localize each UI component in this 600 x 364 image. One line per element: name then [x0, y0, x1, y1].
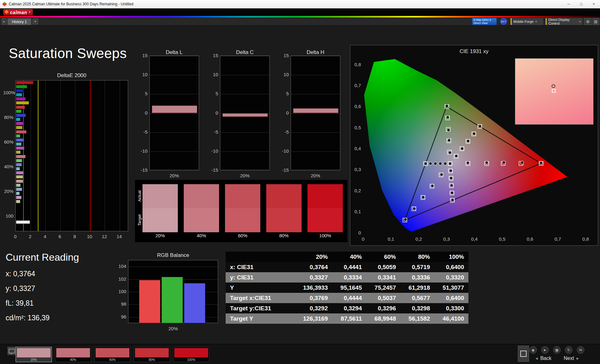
refresh-button[interactable]: ↻: [565, 346, 572, 354]
patch-column-label: 80%: [266, 233, 302, 238]
cie-1931-chart: CIE 1931 xy 00,10,20,30,40,50,60,70,800,…: [350, 45, 598, 246]
value-cell: 75,2457: [366, 284, 400, 291]
next-button[interactable]: Next ►: [564, 356, 579, 361]
measured-point: [466, 161, 469, 164]
row-label: Target Y: [226, 315, 298, 322]
y-tick-label: 15: [208, 53, 218, 58]
swatch-color: [17, 348, 51, 357]
brand-bar: calman ▾: [0, 8, 600, 16]
app-icon: [2, 2, 7, 7]
maximize-button[interactable]: □: [575, 0, 588, 8]
rgb-plot-area: [128, 260, 218, 323]
y-tick-label: 0,5: [350, 125, 361, 130]
measured-point: [450, 184, 453, 187]
deltae-bar: [16, 163, 22, 166]
x-tick-label: 4: [40, 234, 50, 239]
value-cell: 0,3334: [332, 274, 366, 281]
pattern-source-label: Mobile Forge: [513, 20, 533, 23]
y-tick-label: 10: [208, 72, 218, 77]
measured-point: [440, 173, 443, 176]
y-tick-label: -10: [208, 148, 218, 153]
calman-app: Calman 2025 Calman Ultimate for Business…: [0, 0, 600, 364]
target-row-label: Target: [137, 214, 142, 226]
y-tick-label: 10: [138, 72, 148, 77]
display-control-button[interactable]: Direct Display Control ▾: [546, 18, 582, 25]
value-cell: 87,5611: [332, 315, 366, 322]
inset-target-marker: [552, 89, 556, 93]
swatch-button[interactable]: 40%: [55, 347, 91, 362]
calman-logo-menu[interactable]: calman ▾: [3, 9, 33, 15]
pattern-window-button[interactable]: [518, 346, 529, 362]
grid-line: [60, 81, 61, 231]
swatch-color: [174, 348, 208, 357]
deltae-bar: [16, 114, 26, 117]
value-cell: 136,3933: [298, 284, 332, 291]
pattern-source-button[interactable]: Mobile Forge ▾: [511, 18, 543, 25]
value-cell: 51,3077: [434, 284, 468, 291]
record-button[interactable]: ◉: [529, 346, 537, 354]
minimize-button[interactable]: ─: [562, 0, 575, 8]
grid-line: [220, 94, 269, 94]
deltae-bar: [16, 134, 20, 138]
delta-l-title: Delta L: [149, 49, 199, 56]
tab-history-1[interactable]: History 1: [8, 18, 31, 25]
dropdown-icon: ▾: [535, 20, 537, 23]
measured-point: [450, 176, 453, 180]
x-tick-label: 0,4: [468, 236, 481, 241]
add-history-button[interactable]: +: [32, 19, 38, 24]
target-patch: [266, 208, 302, 232]
grid-button[interactable]: ▦: [553, 346, 561, 354]
close-button[interactable]: ×: [588, 0, 600, 8]
grid-line: [150, 113, 199, 114]
grid-line: [291, 113, 340, 114]
swatch-button[interactable]: 80%: [134, 347, 170, 362]
mail-button[interactable]: ✉: [577, 346, 584, 354]
layout-menu-button[interactable]: ▤: [592, 18, 599, 25]
back-label: Back: [540, 356, 552, 361]
y-tick-label: 96: [116, 314, 126, 319]
swatch-button[interactable]: 20%: [16, 347, 52, 362]
expand-icon: ▸: [3, 20, 5, 23]
swatch-color: [56, 348, 90, 357]
grid-line: [105, 81, 105, 231]
current-reading-panel: Current Reading x: 0,3764 y: 0,3327 fL: …: [6, 252, 79, 322]
swatch-label: 20%: [16, 358, 52, 362]
measured-point: [450, 191, 453, 194]
measured-point: [429, 162, 432, 165]
display-preview-button[interactable]: [8, 347, 16, 355]
column-header: 40%: [332, 253, 366, 260]
grid-line: [75, 81, 75, 231]
measured-point: [448, 139, 451, 142]
history-expand-button[interactable]: ▸: [2, 18, 7, 25]
y-tick-label: 15: [279, 53, 289, 58]
measured-point: [424, 162, 427, 165]
x-tick-label: 8: [70, 234, 79, 239]
value-cell: 0,5719: [400, 264, 434, 271]
swatch-button[interactable]: 60%: [94, 347, 131, 362]
grid-line: [31, 81, 31, 231]
value-cell: 0,5677: [400, 295, 434, 302]
meter-count-badge[interactable]: 617: [500, 18, 507, 25]
measured-point: [478, 125, 482, 128]
y-tick-label: 0,2: [350, 188, 361, 193]
actual-patch: [184, 184, 219, 208]
deltae-bar: [16, 85, 27, 88]
deltae-bar: [16, 118, 20, 121]
x-tick-label: 2: [26, 234, 35, 239]
x-category-label: 20%: [128, 326, 218, 331]
y-tick-label: -15: [208, 167, 218, 172]
value-cell: 0,4441: [332, 264, 366, 271]
row-label: Target y:CIE31: [226, 305, 298, 312]
settings-button[interactable]: ⚙: [584, 18, 592, 25]
measured-point: [485, 161, 488, 164]
swatch-button[interactable]: 100%: [173, 347, 209, 362]
meter-line2: Direct View: [473, 22, 495, 25]
x-tick-label: 0: [11, 234, 20, 239]
play-button[interactable]: ►: [541, 346, 549, 354]
meter-button[interactable]: X-Rite i1Pro 3 Direct View: [472, 18, 497, 25]
target-patch: [142, 208, 178, 232]
back-button[interactable]: ◄ Back: [535, 356, 551, 361]
measured-point: [447, 129, 450, 132]
measured-point: [540, 161, 543, 165]
value-cell: 56,1582: [400, 315, 434, 322]
